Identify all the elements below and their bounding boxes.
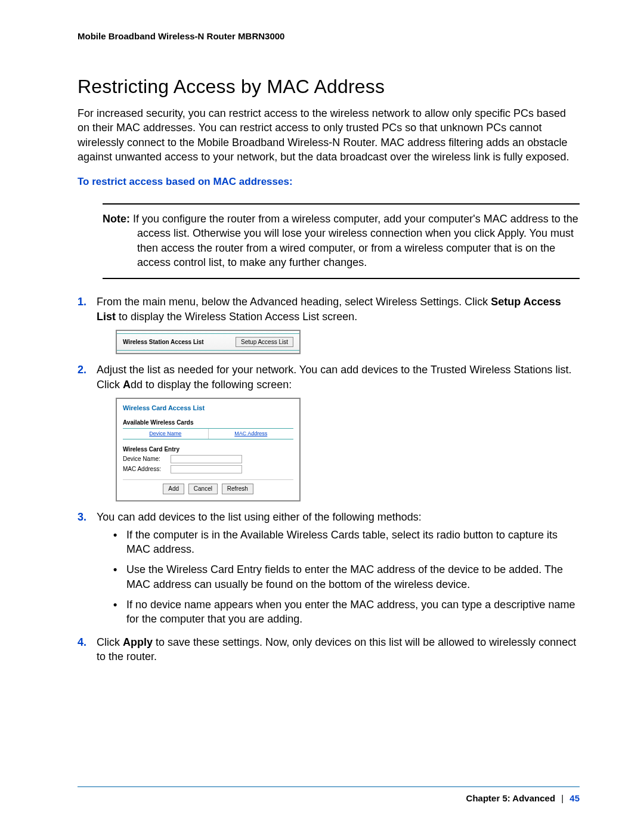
page-footer: Chapter 5: Advanced | 45	[78, 786, 580, 803]
note-block: Note: If you configure the router from a…	[103, 203, 580, 279]
shot2-col-mac: MAC Address	[209, 429, 294, 438]
note-text: If you configure the router from a wirel…	[133, 213, 578, 268]
shot2-table-header: Device Name MAC Address	[123, 428, 293, 439]
shot2-mac-input	[171, 465, 242, 473]
step-4-text-b: to save these settings. Now, only device…	[97, 636, 576, 662]
shot2-add-button: Add	[163, 484, 184, 494]
shot2-col-device: Device Name	[123, 429, 209, 438]
footer-page-number: 45	[569, 793, 580, 803]
shot2-devicename-label: Device Name:	[123, 455, 171, 463]
bullet-2: Use the Wireless Card Entry fields to en…	[113, 562, 580, 592]
shot2-title: Wireless Card Access List	[123, 404, 293, 413]
step-3: You can add devices to the list using ei…	[78, 510, 580, 627]
shot2-cancel-button: Cancel	[188, 484, 218, 494]
step-1-text-a: From the main menu, below the Advanced h…	[97, 296, 491, 308]
step-2-text-b: dd to display the following screen:	[131, 379, 292, 391]
step-3-text: You can add devices to the list using ei…	[97, 511, 422, 523]
shot2-entry-label: Wireless Card Entry	[123, 445, 293, 454]
step-1: From the main menu, below the Advanced h…	[78, 295, 580, 354]
screenshot-access-list: Wireless Station Access List Setup Acces…	[116, 330, 301, 355]
bullet-1: If the computer is in the Available Wire…	[113, 528, 580, 557]
shot2-button-row: Add Cancel Refresh	[123, 479, 293, 494]
procedure-heading: To restrict access based on MAC addresse…	[78, 176, 580, 188]
screenshot-card-access: Wireless Card Access List Available Wire…	[116, 398, 301, 501]
shot1-label: Wireless Station Access List	[123, 338, 204, 346]
shot2-refresh-button: Refresh	[222, 484, 253, 494]
step-4: Click Apply to save these settings. Now,…	[78, 635, 580, 664]
step-4-text-a: Click	[97, 636, 123, 648]
shot1-setup-button: Setup Access List	[236, 337, 293, 348]
step-2-bold: A	[123, 379, 131, 391]
footer-chapter: Chapter 5: Advanced	[466, 793, 555, 803]
bullet-3: If no device name appears when you enter…	[113, 597, 580, 627]
section-title: Restricting Access by MAC Address	[78, 76, 580, 98]
step-1-text-b: to display the Wireless Station Access L…	[116, 311, 357, 323]
shot2-available-label: Available Wireless Cards	[123, 419, 293, 427]
intro-paragraph: For increased security, you can restrict…	[78, 106, 580, 164]
document-header: Mobile Broadband Wireless-N Router MBRN3…	[78, 31, 580, 41]
shot2-mac-label: MAC Address:	[123, 465, 171, 473]
shot2-devicename-row: Device Name:	[123, 455, 293, 463]
footer-separator: |	[561, 793, 564, 803]
shot2-devicename-input	[171, 455, 242, 463]
note-label: Note:	[103, 213, 130, 225]
shot2-mac-row: MAC Address:	[123, 465, 293, 473]
step-4-bold: Apply	[123, 636, 153, 648]
step-2: Adjust the list as needed for your netwo…	[78, 363, 580, 501]
